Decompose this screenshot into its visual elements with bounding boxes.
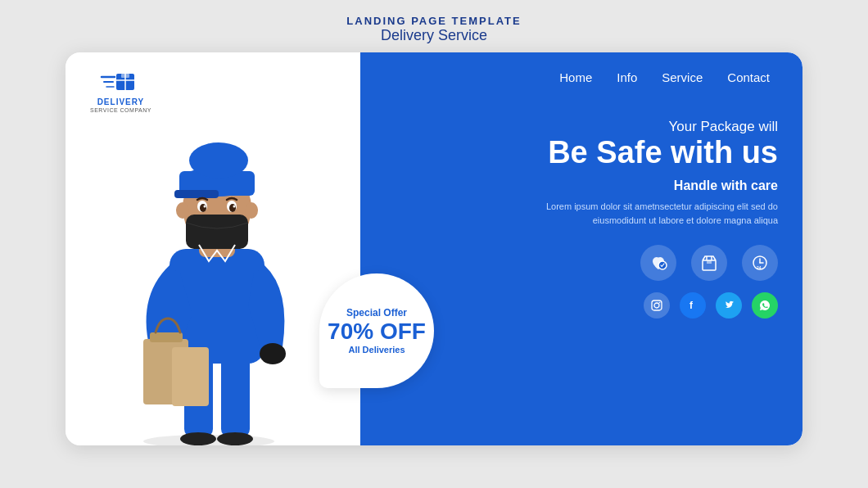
svg-rect-28 (150, 332, 183, 342)
svg-rect-15 (652, 300, 662, 310)
svg-point-41 (233, 206, 236, 208)
svg-rect-6 (121, 74, 129, 78)
svg-point-35 (189, 142, 248, 178)
hero-description: Lorem ipsum dolor sit ametnsectetur adip… (532, 200, 778, 228)
twitter-icon[interactable] (716, 292, 742, 319)
page-template-label: LANDING PAGE TEMPLATE (346, 15, 521, 27)
nav-item-contact[interactable]: Contact (727, 70, 770, 84)
offer-label: Special Offer (346, 307, 407, 320)
package-icon (691, 245, 727, 281)
svg-text:f: f (689, 300, 694, 311)
offer-percent: 70% OFF (328, 319, 426, 345)
svg-point-38 (200, 204, 206, 212)
hero-subtitle: Handle with care (532, 178, 778, 193)
svg-text:24: 24 (757, 265, 762, 270)
svg-point-39 (229, 204, 236, 212)
nav-bar: Home Info Service Contact (360, 52, 802, 102)
svg-point-44 (245, 202, 258, 219)
whatsapp-icon[interactable] (752, 292, 778, 319)
svg-rect-42 (186, 215, 248, 249)
logo-icon (100, 65, 141, 97)
nav-item-info[interactable]: Info (617, 70, 637, 84)
offer-sub: All Deliveries (348, 345, 405, 355)
hero-tagline: Your Package will (532, 118, 778, 136)
facebook-icon[interactable]: f (680, 292, 706, 319)
svg-point-26 (260, 343, 286, 364)
svg-rect-21 (221, 355, 250, 437)
social-icons: f (532, 292, 778, 319)
landing-card: DELIVERY SERVICE COMPANY Home Info Servi… (66, 52, 802, 445)
care-icon (640, 245, 676, 281)
page-header: LANDING PAGE TEMPLATE Delivery Service (346, 0, 521, 52)
feature-icons: 24 (532, 245, 778, 281)
svg-point-43 (176, 202, 189, 219)
offer-bubble: Special Offer 70% OFF All Deliveries (319, 273, 434, 388)
page-title: Delivery Service (346, 27, 521, 44)
delivery-person (111, 102, 340, 445)
svg-rect-29 (172, 347, 209, 406)
instagram-icon[interactable] (644, 292, 670, 319)
nav-item-home[interactable]: Home (559, 70, 592, 84)
svg-point-17 (659, 302, 661, 304)
svg-point-40 (204, 206, 206, 208)
svg-point-23 (217, 432, 253, 445)
svg-point-16 (654, 303, 659, 308)
svg-rect-34 (174, 190, 219, 198)
nav-item-service[interactable]: Service (662, 70, 703, 84)
24h-icon: 24 (742, 245, 778, 281)
hero-title: Be Safe with us (532, 136, 778, 170)
hero-content: Your Package will Be Safe with us Handle… (532, 118, 778, 319)
svg-point-22 (180, 432, 216, 445)
